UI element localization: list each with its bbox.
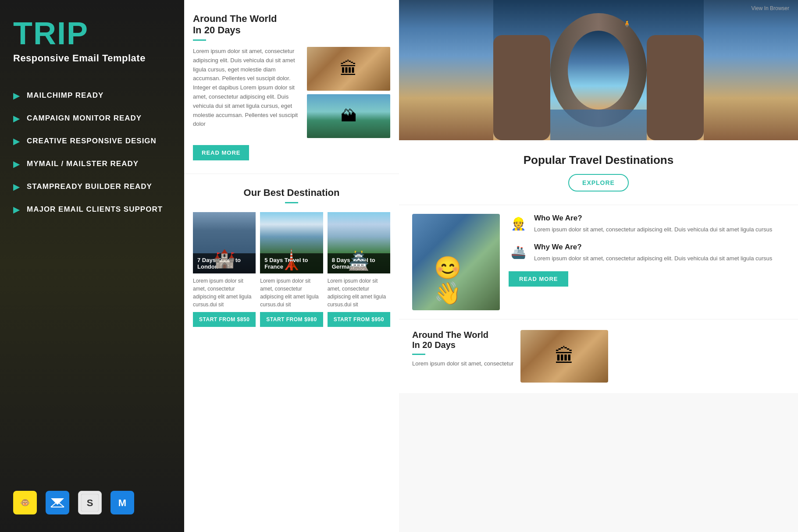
arrow-icon-1: ▶ — [13, 90, 20, 101]
why-text: Why We Are? Lorem ipsum dolor sit amet, … — [534, 243, 772, 263]
feature-label-stampready: STAMPREADY BUILDER READY — [27, 182, 152, 191]
read-more-button-2[interactable]: READ MORE — [509, 271, 568, 287]
svg-rect-17 — [550, 110, 647, 140]
svg-rect-14 — [493, 35, 550, 140]
read-more-button[interactable]: READ MORE — [193, 145, 249, 160]
bottom-article: Around The World In 20 Days Lorem ipsum … — [399, 319, 798, 393]
feature-label-creative: CREATIVE RESPONSIVE DESIGN — [27, 137, 157, 145]
dest-label-germany: 8 Days Travel to Germany — [328, 253, 390, 273]
feature-item-stampready: ▶ STAMPREADY BUILDER READY — [13, 181, 171, 192]
svg-text:🐵: 🐵 — [20, 498, 30, 507]
feature-label-mymail: MYMAIL / MAILSTER READY — [27, 160, 139, 168]
stampready-icon: S — [78, 491, 102, 514]
bottom-article-underline — [412, 354, 425, 355]
dest-label-france: 5 Days Travel to France — [260, 253, 323, 273]
article-image-ancient — [307, 47, 390, 91]
destination-section-title: Our Best Destination — [193, 187, 390, 199]
who-section: 👷 Who We Are? Lorem ipsum dolor sit amet… — [399, 205, 798, 319]
dest-price-btn-france[interactable]: START FROM $980 — [260, 312, 323, 327]
article-content: Lorem ipsum dolor sit amet, consectetur … — [193, 47, 390, 138]
bottom-article-image — [520, 330, 608, 383]
why-icon: 🚢 — [509, 243, 528, 262]
why-title: Why We Are? — [534, 243, 772, 252]
svg-text:S: S — [87, 497, 93, 508]
center-panel: Around The World In 20 Days Lorem ipsum … — [184, 0, 399, 532]
arrow-icon-3: ▶ — [13, 136, 20, 146]
feature-item-mailchimp: ▶ MAILCHIMP READY — [13, 90, 171, 101]
bottom-article-body: Lorem ipsum dolor sit amet, consectetur — [412, 359, 513, 369]
article-underline — [193, 39, 206, 41]
mailchimp-icon: 🐵 — [13, 491, 37, 514]
dest-desc-london: Lorem ipsum dolor sit amet, consectetur … — [193, 273, 256, 312]
email-clients-row: 🐵 S M — [13, 491, 171, 514]
right-panel: View In Browser — [399, 0, 798, 532]
article-section: Around The World In 20 Days Lorem ipsum … — [184, 0, 399, 174]
feature-label-campaign: CAMPAIGN MONITOR READY — [27, 114, 142, 123]
dest-card-london: 7 Days Travel to London Lorem ipsum dolo… — [193, 212, 256, 327]
why-body: Lorem ipsum dolor sit amet, consectetur … — [534, 254, 772, 263]
mymail-icon: M — [110, 491, 134, 514]
feature-item-mymail: ▶ MYMAIL / MAILSTER READY — [13, 159, 171, 169]
arrow-icon-2: ▶ — [13, 113, 20, 124]
who-body: Lorem ipsum dolor sit amet, consectetur … — [534, 225, 772, 234]
hero-arch-svg: 🧍 — [399, 0, 798, 140]
dest-card-france: 5 Days Travel to France Lorem ipsum dolo… — [260, 212, 323, 327]
who-text: Who We Are? Lorem ipsum dolor sit amet, … — [534, 214, 772, 234]
view-in-browser-link[interactable]: View In Browser — [752, 5, 789, 11]
feature-label-mailchimp: MAILCHIMP READY — [27, 91, 103, 100]
popular-section: Popular Travel Destinations EXPLORE — [399, 140, 798, 205]
feature-item-emailclients: ▶ MAJOR EMAIL CLIENTS SUPPORT — [13, 204, 171, 215]
svg-text:🧍: 🧍 — [623, 20, 631, 28]
dest-image-germany: 8 Days Travel to Germany — [328, 212, 390, 273]
destination-underline — [285, 202, 298, 203]
dest-desc-france: Lorem ipsum dolor sit amet, consectetur … — [260, 273, 323, 312]
article-body: Lorem ipsum dolor sit amet, consectetur … — [193, 47, 300, 138]
arrow-icon-5: ▶ — [13, 181, 20, 192]
svg-rect-15 — [647, 35, 704, 140]
who-title: Who We Are? — [534, 214, 772, 223]
who-icon: 👷 — [509, 214, 528, 233]
bottom-article-text: Around The World In 20 Days Lorem ipsum … — [412, 330, 513, 383]
article-title: Around The World In 20 Days — [193, 13, 390, 36]
feature-label-emailclients: MAJOR EMAIL CLIENTS SUPPORT — [27, 205, 163, 214]
who-content: 👷 Who We Are? Lorem ipsum dolor sit amet… — [509, 214, 785, 310]
feature-item-creative: ▶ CREATIVE RESPONSIVE DESIGN — [13, 136, 171, 146]
left-panel: TRIP Responsive Email Template ▶ MAILCHI… — [0, 0, 184, 532]
dest-desc-germany: Lorem ipsum dolor sit amet, consectetur … — [328, 273, 390, 312]
arrow-icon-6: ▶ — [13, 204, 20, 215]
article-image-lake — [307, 94, 390, 138]
who-photo — [412, 214, 500, 310]
destination-cards: 7 Days Travel to London Lorem ipsum dolo… — [193, 212, 390, 327]
arrow-icon-4: ▶ — [13, 159, 20, 169]
campaign-monitor-icon — [46, 491, 69, 514]
explore-button[interactable]: EXPLORE — [568, 174, 629, 192]
dest-price-btn-germany[interactable]: START FROM $950 — [328, 312, 390, 327]
dest-price-btn-london[interactable]: START FROM $850 — [193, 312, 256, 327]
feature-item-campaign: ▶ CAMPAIGN MONITOR READY — [13, 113, 171, 124]
dest-image-london: 7 Days Travel to London — [193, 212, 256, 273]
dest-image-france: 5 Days Travel to France — [260, 212, 323, 273]
dest-card-germany: 8 Days Travel to Germany Lorem ipsum dol… — [328, 212, 390, 327]
brand-title: TRIP — [13, 18, 171, 49]
svg-text:M: M — [118, 497, 126, 508]
popular-title: Popular Travel Destinations — [417, 153, 780, 167]
dest-label-london: 7 Days Travel to London — [193, 253, 256, 273]
destination-section: Our Best Destination 7 Days Travel to Lo… — [184, 174, 399, 340]
hero-image: View In Browser — [399, 0, 798, 140]
brand-subtitle: Responsive Email Template — [13, 53, 171, 64]
article-images — [307, 47, 390, 138]
feature-list: ▶ MAILCHIMP READY ▶ CAMPAIGN MONITOR REA… — [13, 90, 171, 215]
bottom-article-title: Around The World In 20 Days — [412, 330, 513, 350]
svg-point-13 — [568, 31, 629, 110]
why-we-are-item: 🚢 Why We Are? Lorem ipsum dolor sit amet… — [509, 243, 785, 263]
who-we-are-item: 👷 Who We Are? Lorem ipsum dolor sit amet… — [509, 214, 785, 234]
